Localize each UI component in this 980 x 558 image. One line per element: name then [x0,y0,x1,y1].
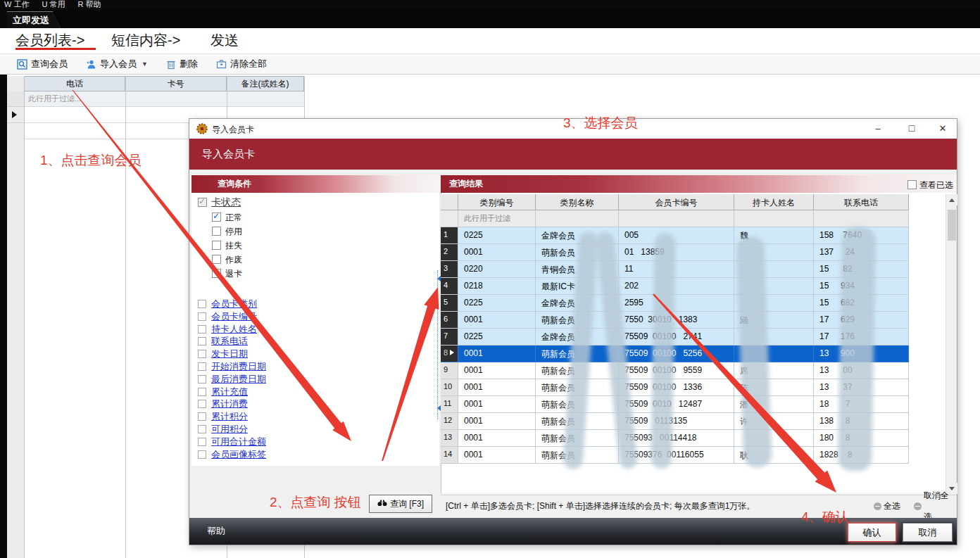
checkbox[interactable] [212,213,221,222]
cell[interactable]: 75509 00100 5256 [619,345,734,362]
checkbox[interactable] [198,412,206,421]
checkbox[interactable] [198,400,206,408]
checkbox[interactable] [198,425,206,433]
field-link[interactable]: 会员卡类别 [211,298,257,309]
result-row[interactable]: 70225金牌会员75509 00100 274117 176 [441,329,909,345]
card-status-option[interactable]: 停用 [212,226,242,240]
menu-item-help[interactable]: R 帮助 [77,0,101,10]
cell[interactable]: 0218 [458,278,536,295]
field-link[interactable]: 可用积分 [211,424,248,434]
confirm-button[interactable]: 确认 [848,523,896,542]
field-link[interactable]: 可用合计金额 [211,436,266,447]
cell[interactable]: 75509 00100 9559 [619,362,734,379]
import-member-button[interactable]: 导入会员 ▼ [86,58,148,70]
query-field-item[interactable]: 最后消费日期 [198,373,266,386]
row-number[interactable]: 5 [441,295,458,312]
checkbox[interactable] [212,255,221,264]
query-field-item[interactable]: 会员卡类别 [198,298,266,310]
row-number[interactable]: 4 [441,278,458,295]
delete-button[interactable]: 删除 [166,58,198,70]
row-number[interactable]: 10 [441,379,458,396]
column-header-phone[interactable]: 电话 [25,76,125,91]
scrollbar-thumb[interactable] [948,210,956,241]
checkbox[interactable] [198,438,206,446]
query-field-item[interactable]: 会员画像标签 [198,448,266,461]
cell[interactable]: 11 [619,261,734,278]
row-number[interactable]: 14 [441,447,458,464]
query-field-item[interactable]: 可用合计金额 [198,436,266,448]
select-all-button[interactable]: 全选 [874,495,900,516]
checkbox[interactable] [212,241,221,250]
card-status-option[interactable]: 作废 [212,254,242,268]
cell[interactable]: 7550 30010 1383 [619,312,734,329]
query-field-item[interactable]: 开始消费日期 [198,360,266,373]
col-holder[interactable]: 持卡人姓名 [734,194,814,210]
query-field-item[interactable]: 累计消费 [198,398,266,410]
chevron-down-icon[interactable]: ▼ [142,61,148,68]
checkbox[interactable] [198,300,206,308]
scroll-up-button[interactable] [946,194,957,205]
field-link[interactable]: 累计消费 [211,398,248,409]
query-field-item[interactable]: 可用积分 [198,423,266,436]
field-link[interactable]: 累计积分 [211,411,248,421]
field-link[interactable]: 发卡日期 [211,348,248,359]
query-member-button[interactable]: 查询会员 [17,58,68,70]
card-status-option[interactable]: 正常 [212,212,242,226]
col-type-name[interactable]: 类别名称 [536,194,619,210]
cell[interactable]: 2595 [619,295,734,312]
cell[interactable]: 0220 [458,261,536,278]
checkbox[interactable] [198,325,206,334]
close-button[interactable]: ✕ [929,119,957,138]
vertical-scrollbar[interactable] [946,194,957,494]
cell[interactable]: 0001 [458,345,536,362]
field-link[interactable]: 开始消费日期 [211,361,266,372]
cancel-button[interactable]: 取消 [903,523,953,542]
step-send[interactable]: 发送 [211,31,239,50]
checkbox[interactable] [198,450,206,459]
row-number[interactable]: 7 [441,329,458,345]
row-number[interactable]: 13 [441,430,458,447]
tab-send-now[interactable]: 立即发送 [6,11,61,29]
row-number[interactable]: 11 [441,396,458,413]
card-status-option[interactable]: 挂失 [212,240,242,254]
field-link[interactable]: 持卡人姓名 [211,324,257,334]
menu-item-common[interactable]: U 常用 [42,0,65,10]
cell[interactable]: 75509 00100 1336 [619,379,734,396]
row-number[interactable]: 6 [441,312,458,329]
field-link[interactable]: 会员画像标签 [211,449,266,459]
cell[interactable]: 75509 00100 2741 [619,329,734,345]
field-link[interactable]: 累计充值 [211,386,248,397]
step-sms-content[interactable]: 短信内容-> [111,31,180,50]
result-row[interactable]: 50225金牌会员259515 682 [441,295,909,312]
result-row[interactable]: 60001萌新会员7550 30010 1383涵17 629 [441,312,909,329]
card-status-label[interactable]: 卡状态 [211,196,241,208]
cell[interactable]: 0001 [458,244,536,261]
query-field-item[interactable]: 累计积分 [198,410,266,423]
row-number[interactable]: 2 [441,244,458,261]
view-selected-checkbox[interactable] [907,180,917,189]
deselect-all-button[interactable]: 取消全选 [914,495,957,516]
row-number[interactable]: 8 [441,345,458,362]
help-link[interactable]: 帮助 [207,525,225,538]
column-header-card[interactable]: 卡号 [125,76,227,91]
menu-item-work[interactable]: W 工作 [4,0,29,10]
minimize-button[interactable]: – [864,119,892,138]
query-field-item[interactable]: 持卡人姓名 [198,323,266,336]
query-field-item[interactable]: 会员卡编号 [198,310,266,323]
col-phone[interactable]: 联系电话 [814,194,909,210]
checkbox[interactable] [198,375,206,383]
card-status-group[interactable]: 卡状态 [198,196,241,209]
cell[interactable]: 0001 [458,447,536,464]
field-link[interactable]: 联系电话 [211,336,248,346]
query-button[interactable]: 查询 [F3] [369,495,432,513]
query-field-item[interactable]: 发卡日期 [198,348,266,360]
col-type-code[interactable]: 类别编号 [458,194,536,210]
checkbox[interactable] [198,312,206,321]
filter-row[interactable]: 此行用于过滤... [25,91,304,107]
row-number[interactable]: 9 [441,362,458,379]
col-card-no[interactable]: 会员卡编号 [619,194,734,210]
checkbox[interactable] [212,269,221,278]
cell[interactable]: 005 [619,227,734,244]
cell[interactable]: 0001 [458,312,536,329]
checkbox[interactable] [198,362,206,371]
